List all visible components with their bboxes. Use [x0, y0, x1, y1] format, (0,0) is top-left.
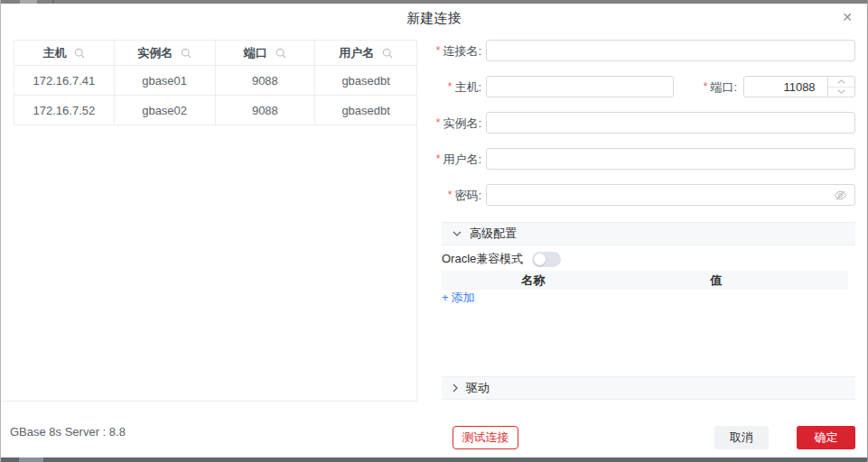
- chevron-right-icon: [453, 383, 458, 393]
- column-header-label: 主机: [42, 45, 66, 61]
- eye-invisible-icon[interactable]: [834, 189, 847, 202]
- cell-port: 9088: [216, 66, 316, 95]
- close-icon[interactable]: ✕: [842, 10, 853, 24]
- chevron-down-icon: [453, 231, 462, 236]
- column-header-port[interactable]: 端口: [216, 41, 316, 66]
- cell-host: 172.16.7.41: [14, 66, 115, 95]
- connection-name-input[interactable]: [487, 41, 854, 60]
- cell-port: 9088: [216, 96, 316, 125]
- driver-title: 驱动: [466, 380, 490, 396]
- oracle-mode-row: Oracle兼容模式: [442, 251, 561, 267]
- toggle-knob: [534, 254, 546, 265]
- cell-user: gbasedbt: [315, 66, 416, 95]
- footer-divider: [1, 401, 417, 402]
- host-label: *主机:: [425, 76, 481, 98]
- param-value-header: 值: [625, 273, 808, 289]
- oracle-mode-toggle[interactable]: [532, 252, 561, 267]
- port-field-wrap: [743, 76, 855, 97]
- column-header-label: 用户名: [339, 45, 374, 61]
- window-top-edge-notch: [20, 0, 37, 4]
- search-icon[interactable]: [382, 48, 393, 59]
- column-header-label: 实例名: [137, 45, 173, 61]
- spinner-down-icon[interactable]: [828, 88, 854, 97]
- required-marker: *: [436, 152, 441, 165]
- cell-instance: gbase01: [115, 66, 216, 95]
- connection-name-label: *连接名:: [425, 40, 481, 62]
- search-icon[interactable]: [74, 48, 85, 59]
- table-body: 172.16.7.41 gbase01 9088 gbasedbt 172.16…: [14, 66, 416, 125]
- instance-input[interactable]: [487, 113, 854, 133]
- new-connection-dialog: 新建连接 ✕ 主机 实例名 端口 用: [0, 0, 868, 462]
- host-input[interactable]: [487, 77, 673, 97]
- required-marker: *: [436, 44, 441, 57]
- confirm-button[interactable]: 确定: [797, 426, 855, 449]
- table-header-row: 主机 实例名 端口 用户名: [14, 41, 416, 66]
- required-marker: *: [448, 189, 453, 201]
- username-input[interactable]: [487, 149, 854, 169]
- panel-divider: [416, 40, 417, 401]
- advanced-config-collapse-header[interactable]: 高级配置: [442, 222, 855, 245]
- column-header-user[interactable]: 用户名: [315, 41, 416, 66]
- username-field-wrap: [486, 148, 855, 170]
- server-version-text: GBase 8s Server : 8.8: [10, 425, 126, 439]
- window-bottom-edge-notch: [19, 457, 43, 462]
- table-row[interactable]: 172.16.7.41 gbase01 9088 gbasedbt: [14, 66, 416, 96]
- username-label: *用户名:: [425, 148, 481, 171]
- preset-connections-table: 主机 实例名 端口 用户名: [14, 40, 416, 125]
- add-param-label: 添加: [452, 291, 475, 304]
- cell-host: 172.16.7.52: [14, 96, 115, 125]
- cell-instance: gbase02: [115, 96, 216, 125]
- required-marker: *: [448, 80, 453, 93]
- column-header-label: 端口: [244, 45, 267, 61]
- column-header-host[interactable]: 主机: [14, 41, 115, 66]
- window-bottom-edge: [1, 457, 867, 462]
- plus-icon: +: [442, 291, 449, 304]
- table-row[interactable]: 172.16.7.52 gbase02 9088 gbasedbt: [14, 96, 416, 125]
- window-top-edge: [1, 0, 867, 4]
- advanced-config-title: 高级配置: [470, 226, 517, 242]
- oracle-mode-label: Oracle兼容模式: [442, 251, 523, 267]
- required-marker: *: [704, 80, 708, 93]
- port-label: *端口:: [686, 76, 737, 98]
- cancel-button[interactable]: 取消: [714, 426, 769, 449]
- add-param-link[interactable]: +添加: [442, 290, 475, 306]
- cell-user: gbasedbt: [315, 96, 416, 125]
- instance-field-wrap: [486, 112, 855, 134]
- required-marker: *: [436, 116, 441, 129]
- search-icon[interactable]: [181, 48, 191, 59]
- search-icon[interactable]: [275, 48, 286, 59]
- param-name-header: 名称: [442, 273, 625, 289]
- password-input[interactable]: [487, 185, 854, 205]
- param-table-header: 名称 值: [442, 271, 848, 290]
- port-spinner: [827, 77, 854, 97]
- spinner-up-icon[interactable]: [828, 77, 854, 88]
- window-top-edge-separator: [52, 0, 54, 4]
- dialog-title: 新建连接: [1, 10, 867, 27]
- host-field-wrap: [486, 76, 674, 97]
- column-header-instance[interactable]: 实例名: [115, 41, 216, 66]
- driver-collapse-header[interactable]: 驱动: [442, 376, 855, 400]
- instance-label: *实例名:: [425, 112, 481, 134]
- password-field-wrap: [486, 184, 855, 206]
- test-connection-button[interactable]: 测试连接: [453, 426, 518, 449]
- password-label: *密码:: [425, 184, 481, 207]
- connection-name-field-wrap: [486, 40, 855, 61]
